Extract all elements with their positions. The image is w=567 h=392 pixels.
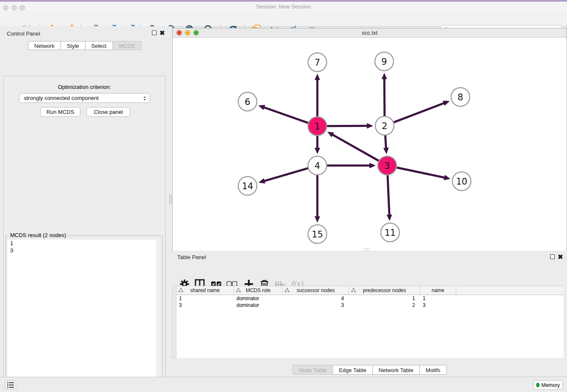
graph-edge-1-4[interactable] <box>315 136 320 154</box>
table-cell[interactable]: dominator <box>234 295 283 302</box>
column-label: name <box>432 287 444 293</box>
window-title: Session: New Session <box>0 3 567 10</box>
tab-network[interactable]: Network <box>28 41 61 50</box>
task-history-button[interactable] <box>5 381 16 389</box>
status-bar: Memory <box>0 377 567 392</box>
svg-text:14: 14 <box>242 181 253 191</box>
svg-text:15: 15 <box>312 229 323 240</box>
splitter-grip[interactable] <box>169 195 172 204</box>
graph-edge-2-3[interactable] <box>383 135 389 154</box>
column-label: successor nodes <box>297 287 335 293</box>
graph-edge-4-15[interactable] <box>315 175 320 223</box>
tree-icon <box>285 288 289 293</box>
graph-edge-1-2[interactable] <box>327 123 373 129</box>
network-view-window: × − + scc.txt 7968124314101511 <box>172 28 567 251</box>
table-cell[interactable]: dominator <box>234 302 283 309</box>
close-panel-icon[interactable]: ✖ <box>160 30 165 36</box>
column-label: shared name <box>190 287 220 293</box>
graph-edge-2-9[interactable] <box>382 73 387 116</box>
graph-node-8[interactable]: 8 <box>451 88 470 106</box>
graph-node-10[interactable]: 10 <box>452 172 471 190</box>
table-toolbar: f(x) <box>172 262 567 279</box>
table-row[interactable]: 3dominator323 <box>176 302 564 309</box>
graph-edge-3-10[interactable] <box>397 168 451 180</box>
mcds-panel: Optimization criterion: strongly connect… <box>3 76 165 392</box>
control-panel-tabs: NetworkStyleSelectMCDS <box>0 41 169 50</box>
table-cell[interactable]: 3 <box>420 302 456 309</box>
mcds-result-item: 1 <box>8 240 160 247</box>
mcds-result-list[interactable]: 13 <box>8 240 160 392</box>
graph-edge-1-7[interactable] <box>315 74 320 116</box>
memory-label: Memory <box>542 382 560 388</box>
graph-node-11[interactable]: 11 <box>381 223 399 242</box>
memory-status-icon <box>536 383 539 387</box>
table-tab-edge-table[interactable]: Edge Table <box>333 365 373 375</box>
result-scrollbar[interactable] <box>156 240 160 392</box>
chevron-up-down-icon <box>141 95 148 102</box>
table-panel: Table Panel ✖ f(x) shared nameMCDS roles… <box>172 252 567 377</box>
main-toolbar <box>0 11 567 27</box>
close-table-panel-icon[interactable]: ✖ <box>558 254 563 259</box>
svg-text:11: 11 <box>385 228 396 238</box>
graph-node-6[interactable]: 6 <box>238 92 257 111</box>
graph-node-9[interactable]: 9 <box>375 52 394 71</box>
criterion-value: strongly connected component <box>24 95 99 101</box>
svg-text:7: 7 <box>314 58 320 68</box>
criterion-dropdown[interactable]: strongly connected component <box>19 93 150 103</box>
tab-style[interactable]: Style <box>61 41 85 50</box>
graph-node-1[interactable]: 1 <box>308 117 327 135</box>
graph-edge-3-11[interactable] <box>387 175 392 221</box>
run-mcds-button[interactable]: Run MCDS <box>40 107 80 117</box>
network-canvas[interactable]: 7968124314101511 <box>173 38 567 251</box>
table-tab-motifs[interactable]: Motifs <box>420 365 447 375</box>
table-header-row: shared nameMCDS rolesuccessor nodesprede… <box>176 286 564 295</box>
graph-edge-4-14[interactable] <box>259 168 308 183</box>
tab-select[interactable]: Select <box>85 41 113 50</box>
graph-edge-1-6[interactable] <box>258 105 308 123</box>
table-tab-network-table[interactable]: Network Table <box>373 365 420 375</box>
table-cell[interactable]: 1 <box>349 295 420 302</box>
column-header-successor-nodes[interactable]: successor nodes <box>283 286 349 295</box>
svg-text:4: 4 <box>314 161 320 171</box>
graph-node-2[interactable]: 2 <box>375 116 394 135</box>
column-header-shared-name[interactable]: shared name <box>176 286 234 295</box>
graph-node-7[interactable]: 7 <box>308 53 327 72</box>
table-cell[interactable]: 1 <box>420 295 456 302</box>
graph-node-15[interactable]: 15 <box>308 225 327 243</box>
network-resize-grip[interactable] <box>364 248 370 251</box>
graph-edge-2-8[interactable] <box>394 101 450 122</box>
graph-edge-3-1[interactable] <box>328 132 379 160</box>
svg-text:2: 2 <box>382 121 387 131</box>
table-row-gutter <box>172 286 176 358</box>
svg-text:6: 6 <box>245 97 250 107</box>
table-cell[interactable]: 1 <box>176 295 234 302</box>
memory-button[interactable]: Memory <box>533 380 563 390</box>
table-cell[interactable]: 3 <box>283 302 349 309</box>
graph-node-3[interactable]: 3 <box>378 156 396 175</box>
network-window-title: scc.txt <box>173 30 567 36</box>
table-cell[interactable]: 2 <box>349 302 420 309</box>
graph-node-4[interactable]: 4 <box>308 156 327 175</box>
float-panel-icon[interactable] <box>152 30 157 35</box>
svg-text:3: 3 <box>384 161 390 171</box>
float-table-panel-icon[interactable] <box>550 254 555 259</box>
graph-node-14[interactable]: 14 <box>238 177 257 195</box>
table-row[interactable]: 1dominator411 <box>176 295 564 302</box>
tab-mcds[interactable]: MCDS <box>113 41 141 50</box>
table-tab-node-table[interactable]: Node Table <box>292 365 333 375</box>
column-header-MCDS-role[interactable]: MCDS role <box>234 286 283 295</box>
column-header-predecessor-nodes[interactable]: predecessor nodes <box>349 286 420 295</box>
table-cell[interactable]: 3 <box>176 302 234 309</box>
svg-text:10: 10 <box>456 177 468 187</box>
column-label: MCDS role <box>246 287 271 293</box>
graph-edge-4-3[interactable] <box>327 163 376 168</box>
application-window: Session: New Session Control Panel ✖ Net… <box>0 0 567 392</box>
svg-text:1: 1 <box>314 121 320 132</box>
table-cell[interactable]: 4 <box>283 295 349 302</box>
column-header-name[interactable]: name <box>420 286 456 295</box>
titlebar: Session: New Session <box>0 2 567 12</box>
close-panel-button[interactable]: Close panel <box>86 107 130 117</box>
tree-icon <box>236 288 241 293</box>
svg-text:9: 9 <box>381 57 387 67</box>
column-label: predecessor nodes <box>363 287 406 293</box>
